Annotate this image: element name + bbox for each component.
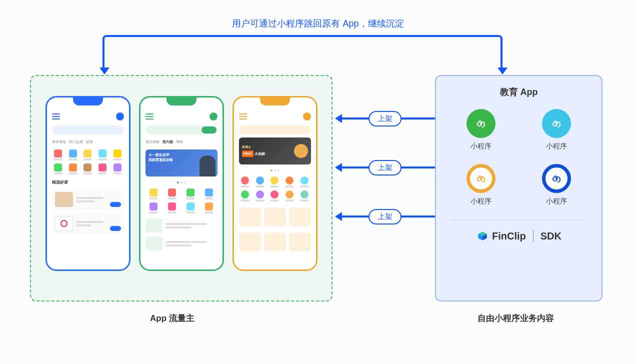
- right-box-title: 教育 App: [446, 86, 592, 98]
- menu-icon: [146, 114, 154, 120]
- publish-pill: 上架: [368, 209, 402, 224]
- avatar-icon: [210, 112, 218, 120]
- miniprogram-item: 小程序: [456, 164, 506, 206]
- mp-label: 小程序: [546, 142, 567, 151]
- top-connector-line: [102, 35, 502, 70]
- top-flow-label: 用户可通过小程序跳回原有 App，继续沉淀: [232, 18, 404, 30]
- miniprogram-grid: 小程序 小程序 小程序 小程序: [446, 107, 592, 216]
- phone-mock-blue: 推荐课程热门直播最新 精选好课: [46, 96, 130, 271]
- search-input-mock: [239, 126, 311, 134]
- list-item: [140, 216, 222, 234]
- arrow-left-icon: [335, 163, 342, 172]
- cta-button: [110, 202, 121, 207]
- sdk-label: SDK: [540, 230, 562, 242]
- miniprogram-item: 小程序: [532, 164, 582, 206]
- hero-banner: 大一新生必学 四级零基础攻略: [146, 150, 218, 176]
- divider: [451, 220, 586, 220]
- menu-icon: [52, 114, 60, 120]
- mp-icon-cyan: [542, 109, 571, 138]
- finclip-logo: FinClip: [476, 230, 526, 242]
- publish-arrow: 上架: [335, 114, 435, 123]
- notch: [260, 96, 290, 106]
- mp-icon-blue: [542, 164, 571, 193]
- content-card: [239, 232, 261, 252]
- arrow-into-right-box: [498, 68, 508, 74]
- traffic-owner-box: 推荐课程热门直播最新 精选好课: [30, 75, 332, 302]
- arrow-left-icon: [335, 212, 342, 221]
- publish-arrow: 上架: [335, 163, 435, 172]
- menu-icon: [239, 114, 247, 120]
- right-caption: 自由小程序业务内容: [478, 312, 554, 324]
- avatar-icon: [303, 112, 311, 120]
- phone-mock-orange: 薛博士 PRO大尝鲜: [232, 96, 318, 271]
- mp-label: 小程序: [470, 142, 492, 151]
- content-cards-row: [234, 204, 316, 230]
- finclip-mark-icon: [476, 230, 489, 242]
- publish-pill: 上架: [368, 160, 402, 176]
- content-card: [264, 208, 286, 226]
- search-input-mock: [52, 126, 124, 134]
- avatar-icon: [116, 112, 124, 120]
- feature-grid: [234, 174, 316, 204]
- phone-header: [140, 108, 222, 122]
- category-tabs: 推荐课程热门直播最新: [47, 138, 129, 146]
- arrow-left-icon: [335, 114, 342, 123]
- mp-icon-orange: [466, 164, 496, 193]
- person-graphic: [294, 144, 308, 158]
- separator: [533, 230, 534, 242]
- phone-mock-green: 英语四级四六级考研 大一新生必学 四级零基础攻略: [139, 96, 224, 271]
- card-thumb: [55, 192, 73, 207]
- mp-icon-green: [466, 109, 496, 138]
- content-card: [289, 208, 311, 226]
- content-card: [239, 208, 261, 226]
- content-card: [264, 232, 286, 252]
- left-caption: App 流量主: [150, 312, 194, 324]
- notch: [166, 96, 196, 106]
- arrow-into-left-box: [100, 68, 110, 74]
- feature-grid: [140, 186, 222, 216]
- miniprogram-item: 小程序: [456, 109, 506, 151]
- pagination-dots: [234, 168, 316, 174]
- hero-banner: 薛博士 PRO大尝鲜: [239, 138, 311, 164]
- course-card: [52, 189, 124, 210]
- search-input-mock: [146, 126, 218, 134]
- notch: [73, 96, 103, 106]
- pagination-dots: [140, 180, 222, 186]
- publish-arrow: 上架: [335, 212, 435, 221]
- phone-header: [47, 108, 129, 122]
- category-grid: [47, 146, 129, 178]
- category-tabs: 英语四级四六级考研: [140, 138, 222, 146]
- education-app-box: 教育 App 小程序 小程序 小程序 小程序: [435, 75, 602, 302]
- mp-label: 小程序: [546, 197, 567, 206]
- content-cards-row: [234, 230, 316, 254]
- list-item: [140, 234, 222, 252]
- person-graphic: [200, 156, 216, 176]
- publish-pill: 上架: [368, 111, 402, 126]
- mp-label: 小程序: [470, 197, 492, 206]
- course-card: [52, 213, 124, 234]
- miniprogram-item: 小程序: [532, 109, 582, 151]
- section-heading: 精选好课: [47, 178, 129, 186]
- phone-header: [234, 108, 316, 122]
- content-card: [289, 232, 311, 252]
- finclip-sdk-row: FinClip SDK: [446, 230, 592, 242]
- cta-button: [110, 226, 121, 231]
